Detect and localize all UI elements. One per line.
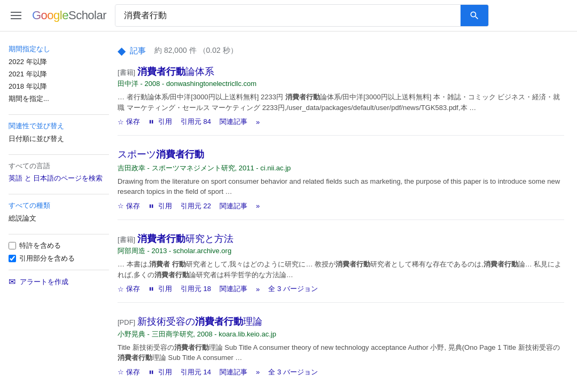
cite-button-1[interactable]: 引用 <box>149 117 172 127</box>
article-tab-label: 記事 <box>130 46 146 56</box>
header: GoogleScholar <box>0 0 577 32</box>
result-actions-3: ☆ 保存 引用 引用元 18 関連記事 » 全 3 バージョン <box>118 284 564 294</box>
result-snippet-3: … 本書は,消費者 行動研究者として,我々はどのように研究に… 教授が消費者行動… <box>118 259 564 280</box>
search-input[interactable] <box>115 5 461 26</box>
related-1[interactable]: 関連記事 <box>220 117 247 127</box>
date-filter-active[interactable]: 期間指定なし <box>9 44 109 54</box>
divider-3 <box>9 194 109 194</box>
email-icon: ✉ <box>9 277 15 287</box>
divider-2 <box>9 154 109 155</box>
date-filter-section: 期間指定なし 2022 年以降 2021 年以降 2018 年以降 期間を指定.… <box>9 44 109 104</box>
result-actions-2: ☆ 保存 引用 引用元 22 関連記事 » <box>118 201 564 211</box>
more-3[interactable]: » <box>256 285 260 293</box>
patent-label: 特許を含める <box>19 241 61 250</box>
date-2018[interactable]: 2018 年以降 <box>9 82 109 91</box>
cite-button-2[interactable]: 引用 <box>149 201 172 211</box>
result-title-4[interactable]: 新技術受容の消費者行動理論 <box>137 316 262 327</box>
divider-4 <box>9 234 109 234</box>
main-layout: 期間指定なし 2022 年以降 2021 年以降 2018 年以降 期間を指定.… <box>0 32 577 392</box>
search-button[interactable] <box>461 5 488 26</box>
result-title-3[interactable]: 消費者行動研究と方法 <box>137 233 233 244</box>
result-authors-1: 田中洋 - 2008 - donwashingtonelectricllc.co… <box>118 79 564 89</box>
cite-button-3[interactable]: 引用 <box>149 284 172 294</box>
result-type-1: [書籍] 消費者行動論体系 <box>118 66 564 78</box>
language-en-jp[interactable]: 英語 と 日本語のページを検索 <box>9 174 109 183</box>
versions-3[interactable]: 全 3 バージョン <box>268 284 317 294</box>
result-card-1: [書籍] 消費者行動論体系 田中洋 - 2008 - donwashington… <box>118 66 564 136</box>
sort-date[interactable]: 日付順に並び替え <box>9 134 109 144</box>
results-count: 約 82,000 件 （0.02 秒） <box>154 46 238 56</box>
cited-by-2[interactable]: 引用元 22 <box>181 201 211 211</box>
result-snippet-1: … 者行動論体系/田中洋[3000円以上送料無料] 2233円 消費者行動論体系… <box>118 92 564 113</box>
results-info-bar: ◆ 記事 約 82,000 件 （0.02 秒） <box>118 40 564 57</box>
divider-1 <box>9 114 109 115</box>
sort-active[interactable]: 関連性で並び替え <box>9 121 109 131</box>
more-4[interactable]: » <box>256 368 260 376</box>
result-snippet-2: Drawing from the literature on sport con… <box>118 176 564 197</box>
sort-section: 関連性で並び替え 日付順に並び替え <box>9 121 109 144</box>
save-button-1[interactable]: ☆ 保存 <box>118 117 140 127</box>
cited-by-4[interactable]: 引用元 14 <box>181 367 211 377</box>
results-time: （0.02 秒） <box>199 46 238 54</box>
cite-button-4[interactable]: 引用 <box>149 367 172 377</box>
result-card-2: スポーツ消費者行動 吉田政幸 - スポーツマネジメント研究, 2011 - ci… <box>118 148 564 219</box>
menu-icon[interactable] <box>9 10 24 21</box>
search-icon <box>469 10 480 21</box>
save-button-4[interactable]: ☆ 保存 <box>118 367 140 377</box>
save-button-2[interactable]: ☆ 保存 <box>118 201 140 211</box>
result-title-1[interactable]: 消費者行動論体系 <box>137 66 214 77</box>
result-title-2[interactable]: スポーツ消費者行動 <box>118 148 564 161</box>
date-custom[interactable]: 期間を指定... <box>9 94 109 104</box>
related-2[interactable]: 関連記事 <box>220 201 247 211</box>
patent-checkbox-row[interactable]: 特許を含める <box>9 241 109 250</box>
content-area: ◆ 記事 約 82,000 件 （0.02 秒） [書籍] 消費者行動論体系 田… <box>118 36 577 392</box>
date-2021[interactable]: 2021 年以降 <box>9 69 109 79</box>
sidebar: 期間指定なし 2022 年以降 2021 年以降 2018 年以降 期間を指定.… <box>0 36 118 392</box>
citation-checkbox-row[interactable]: 引用部分を含める <box>9 254 109 263</box>
result-snippet-4: Title 新技術受容の消費者行動理論 Sub Title A consumer… <box>118 342 564 363</box>
citation-checkbox[interactable] <box>9 255 16 262</box>
versions-4[interactable]: 全 3 バージョン <box>268 367 317 377</box>
result-authors-2: 吉田政幸 - スポーツマネジメント研究, 2011 - ci.nii.ac.jp <box>118 163 564 173</box>
alert-row[interactable]: ✉ アラートを作成 <box>9 277 109 287</box>
related-4[interactable]: 関連記事 <box>220 367 247 377</box>
search-bar <box>115 4 489 27</box>
more-2[interactable]: » <box>256 202 260 210</box>
result-card-4: [PDF] 新技術受容の消費者行動理論 小野晃典 - 三田商学研究, 2008 … <box>118 316 564 385</box>
logo: GoogleScholar <box>32 9 106 22</box>
result-type-4: [PDF] 新技術受容の消費者行動理論 <box>118 316 564 328</box>
type-review[interactable]: 総説論文 <box>9 214 109 223</box>
divider-5 <box>9 270 109 270</box>
logo-google: Google <box>32 9 68 22</box>
language-section: すべての言語 英語 と 日本語のページを検索 <box>9 161 109 183</box>
article-arrow: ◆ <box>118 44 126 57</box>
result-actions-1: ☆ 保存 引用 引用元 84 関連記事 » <box>118 117 564 127</box>
cited-by-1[interactable]: 引用元 84 <box>181 117 211 127</box>
more-1[interactable]: » <box>256 118 260 126</box>
cited-by-3[interactable]: 引用元 18 <box>181 284 211 294</box>
results-count-text: 約 82,000 件 <box>154 46 197 54</box>
patent-checkbox[interactable] <box>9 242 16 249</box>
result-card-3: [書籍] 消費者行動研究と方法 阿部周造 - 2013 - scholar.ar… <box>118 233 564 303</box>
type-section: すべての種類 総説論文 <box>9 201 109 223</box>
result-authors-4: 小野晃典 - 三田商学研究, 2008 - koara.lib.keio.ac.… <box>118 330 564 339</box>
citation-label: 引用部分を含める <box>19 254 75 263</box>
save-button-3[interactable]: ☆ 保存 <box>118 284 140 294</box>
alert-label: アラートを作成 <box>20 277 68 287</box>
result-actions-4: ☆ 保存 引用 引用元 14 関連記事 » 全 3 バージョン <box>118 367 564 377</box>
result-type-3: [書籍] 消費者行動研究と方法 <box>118 233 564 245</box>
type-active[interactable]: すべての種類 <box>9 201 109 210</box>
article-tab[interactable]: ◆ 記事 <box>118 44 146 57</box>
result-authors-3: 阿部周造 - 2013 - scholar.archive.org <box>118 246 564 256</box>
related-3[interactable]: 関連記事 <box>220 284 247 294</box>
language-all[interactable]: すべての言語 <box>9 161 109 171</box>
logo-scholar: Scholar <box>68 9 106 22</box>
date-2022[interactable]: 2022 年以降 <box>9 57 109 67</box>
